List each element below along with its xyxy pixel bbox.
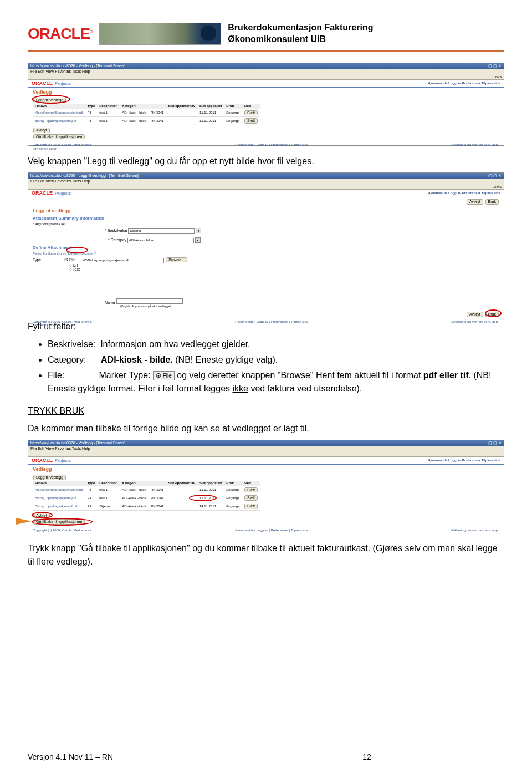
ss1-heading: Vedlegg xyxy=(33,90,499,95)
delete-button[interactable]: Slett xyxy=(244,495,258,501)
circle-annotation-avbryt xyxy=(32,512,53,518)
delete-button[interactable]: Slett xyxy=(244,118,258,124)
ss1-attachments-table: FilnavnTypeDescriptionKategoriSist oppda… xyxy=(33,104,260,125)
header-title-line2: Økonomikonsulent UiB xyxy=(228,34,373,45)
ss2-section-summary: Attachment Summary Information xyxy=(33,216,499,221)
ss3-heading: Vedlegg xyxy=(33,467,499,472)
circle-annotation-file-radio xyxy=(66,247,88,253)
footer-version: Versjon 4.1 Nov 11 – RN xyxy=(28,752,113,761)
ss2-browse-button[interactable]: Browse... xyxy=(166,257,187,263)
ss2-heading: Legg til vedlegg xyxy=(33,209,499,214)
ss3-footer: Copyright (c) 2006, Oracle. Med enerett.… xyxy=(28,527,504,535)
ss1-titlebar: https://oakurs.uio.no/8026 - Vedlegg - [… xyxy=(28,63,504,69)
table-row: Bidrag, oppdragsskjema2.pdfFilSkjemaADI-… xyxy=(33,502,260,511)
ss3-add-button[interactable]: Legg til vedlegg xyxy=(33,475,66,480)
screenshot-vedlegg-1: https://oakurs.uio.no/8026 - Vedlegg - [… xyxy=(28,63,504,146)
ss2-titlebar: https://oakurs.uio.no/8026 - Legg til ve… xyxy=(28,173,504,179)
bullet-category: Category: ADI-kiosk - bilde. (NB! Eneste… xyxy=(48,353,504,367)
ss2-label-type: Type xyxy=(33,258,41,262)
ss2-name-hint: (Valgfritt: Angi et navn på tekst-vedleg… xyxy=(120,305,499,308)
screenshot-vedlegg-3: https://oakurs.uio.no/8026 - Vedlegg - [… xyxy=(28,440,504,528)
header-title: Brukerdokumentasjon Fakturering Økonomik… xyxy=(228,22,373,45)
delete-button[interactable]: Slett xyxy=(244,504,258,509)
ss1-back-button[interactable]: Gå tilbake til applikasjonen xyxy=(33,134,85,140)
ss1-oracle-bar: ORACLEProjects Hjemmeside Logg av Prefer… xyxy=(28,80,504,88)
ss2-section-define: Define Attachment xyxy=(33,246,499,251)
bullet-file: File: Marker Type: ⦿ File og velg derett… xyxy=(48,369,504,395)
ss3-nav-links: Hjemmeside Logg av Preferanser Tilpass s… xyxy=(428,459,500,462)
table-row: KlassifiseringBidragsprosjekt.pdfFiltest… xyxy=(33,109,260,117)
circle-annotation-new-row xyxy=(189,495,217,501)
field-bullets: Beskrivelse: Informasjon om hva vedlegge… xyxy=(48,338,504,395)
ss3-menubar: File Edit View Favorites Tools Help xyxy=(28,446,504,451)
ss2-nav-links: Hjemmeside Logg av Preferanser Tilpass s… xyxy=(428,191,500,195)
paragraph-2: Da kommer man tilbake til forrige bilde … xyxy=(28,422,504,435)
circle-annotation-bruk xyxy=(485,309,502,317)
circle-annotation-back xyxy=(32,518,93,526)
logo-tm: ® xyxy=(90,29,93,34)
circle-annotation-add xyxy=(32,95,70,104)
ss1-toolbar: Links xyxy=(28,74,504,80)
ss3-attachments-table: FilnavnTypeDescriptionKategoriSist oppda… xyxy=(33,481,260,511)
window-controls-icon: ▢ ▢ ✕ xyxy=(488,64,502,68)
paragraph-3: Trykk knapp "Gå tilbake til applikasjone… xyxy=(28,542,504,568)
ss3-table-header: FilnavnTypeDescriptionKategoriSist oppda… xyxy=(33,481,260,486)
window-controls-icon: ▢ ▢ ✕ xyxy=(488,441,502,445)
logo-text: ORACLE xyxy=(28,25,90,42)
page-footer: Versjon 4.1 Nov 11 – RN 12 xyxy=(28,752,504,761)
ss2-apply-top-button[interactable]: Bruk xyxy=(485,199,499,205)
ss2-required-hint: * Angir obligatorisk felt xyxy=(33,222,499,226)
bullet-beskrivelse: Beskrivelse: Informasjon om hva vedlegge… xyxy=(48,338,504,351)
dropdown-icon[interactable]: ▼ xyxy=(196,228,201,233)
ss2-cancel-bottom-button[interactable]: Avbryt xyxy=(467,312,483,317)
ss2-input-filepath[interactable]: W:\Bidrag, oppdragsskjema.pdf xyxy=(81,258,164,263)
page-header: ORACLE® Brukerdokumentasjon Fakturering … xyxy=(28,22,504,52)
ss3-toolbar xyxy=(28,451,504,457)
ss3-oracle-bar: ORACLEProjects Hjemmeside Logg av Prefer… xyxy=(28,457,504,465)
ss2-cancel-top-button[interactable]: Avbryt xyxy=(467,199,483,205)
ss1-menubar: File Edit View Favorites Tools Help xyxy=(28,69,504,74)
ss2-menubar: File Edit View Favorites Tools Help xyxy=(28,179,504,184)
dropdown-icon[interactable]: ▼ xyxy=(195,237,201,243)
ss2-input-category[interactable]: ADI-kiosk - bilde xyxy=(127,238,194,243)
ss2-toolbar: Links xyxy=(28,184,504,190)
ss2-radio-url[interactable]: ○ Url xyxy=(69,263,78,267)
ss2-input-name[interactable] xyxy=(116,298,183,304)
ss2-footer: Copyright (c) 2006, Oracle. Med enerett.… xyxy=(28,319,504,329)
table-row: Bidrag, oppdragsskjema.pdfFiltest 1ADI-k… xyxy=(33,494,260,502)
oracle-logo: ORACLE® xyxy=(28,25,93,43)
ss1-cancel-button[interactable]: Avbryt xyxy=(33,128,50,133)
ss1-table-header: FilnavnTypeDescriptionKategoriSist oppda… xyxy=(33,104,260,109)
ss2-oracle-bar: ORACLEProjects Hjemmeside Logg av Prefer… xyxy=(28,190,504,198)
header-title-line1: Brukerdokumentasjon Fakturering xyxy=(228,22,373,34)
header-photo xyxy=(99,23,221,45)
paragraph-1: Velg knappen "Legg til vedlegg" og du få… xyxy=(28,155,504,168)
ss2-radio-file[interactable]: ⦿ File xyxy=(64,258,75,262)
ss2-radio-text[interactable]: ○ Text xyxy=(69,267,80,271)
uib-crest-icon xyxy=(201,26,216,41)
paragraph-trykk-bruk: TRYKK BRUK xyxy=(28,404,504,418)
delete-button[interactable]: Slett xyxy=(244,487,258,493)
ss1-footer: Copyright (c) 2006, Oracle. Med enerett.… xyxy=(28,142,504,152)
arrow-annotation-icon xyxy=(16,518,32,525)
ss2-input-beskrivelse[interactable]: Skjema xyxy=(128,228,195,234)
ss2-label-category: * Category xyxy=(108,238,126,242)
inline-radio-file-icon: ⦿ File xyxy=(153,371,175,380)
ss2-define-link: Personlig tilpasning av "Define Attachme… xyxy=(33,252,499,256)
ss2-label-name: Name xyxy=(105,301,115,304)
ss1-nav-links: Hjemmeside Logg av Preferanser Tilpass s… xyxy=(428,82,500,85)
ss2-label-beskrivelse: * Beskrivelse xyxy=(105,228,127,232)
table-row: Bidrag, oppdragsskjema.pdfFiltest 1ADI-k… xyxy=(33,117,260,125)
ss3-titlebar: https://oakurs.uio.no/8026 - Vedlegg - [… xyxy=(28,440,504,446)
delete-button[interactable]: Slett xyxy=(244,110,258,116)
window-controls-icon: ▢ ▢ ✕ xyxy=(488,174,502,178)
footer-page-number: 12 xyxy=(362,752,371,761)
screenshot-add-attachment: https://oakurs.uio.no/8026 - Legg til ve… xyxy=(28,172,504,311)
table-row: KlassifiseringBidragsprosjekt.pdfFiltest… xyxy=(33,486,260,494)
